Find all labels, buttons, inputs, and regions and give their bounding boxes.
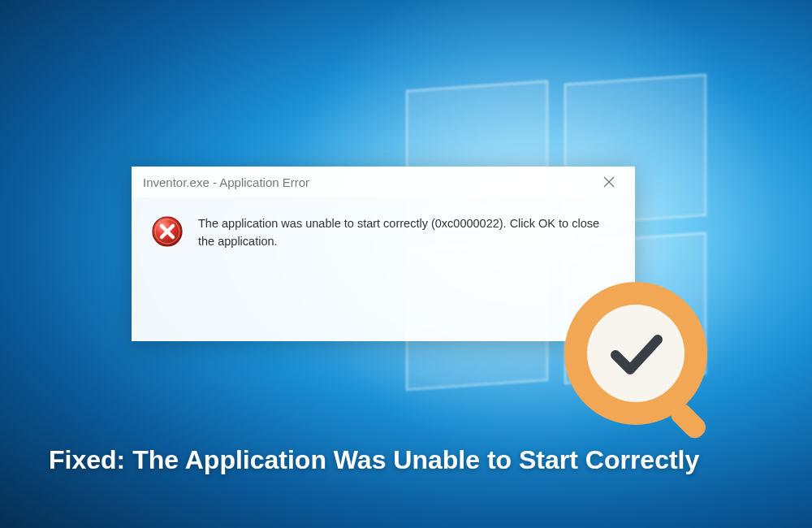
error-message: The application was unable to start corr… <box>198 214 614 325</box>
dialog-titlebar[interactable]: Inventor.exe - Application Error <box>132 167 635 197</box>
image-caption: Fixed: The Application Was Unable to Sta… <box>49 445 699 475</box>
close-icon <box>603 176 615 188</box>
svg-point-7 <box>587 305 685 402</box>
magnifier-check-icon <box>559 276 729 447</box>
close-button[interactable] <box>593 171 625 193</box>
dialog-title: Inventor.exe - Application Error <box>143 175 309 189</box>
error-icon <box>151 215 184 248</box>
